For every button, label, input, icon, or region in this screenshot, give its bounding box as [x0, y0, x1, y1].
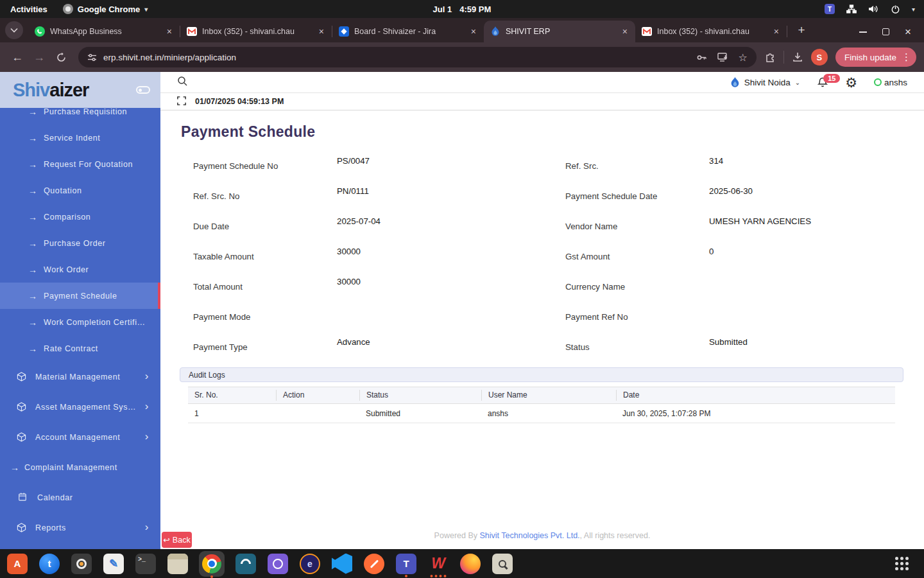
- sidebar-item-asset-management[interactable]: Asset Management Sys…›: [0, 392, 160, 422]
- jira-icon: [339, 26, 349, 37]
- field-label: Taxable Amount: [193, 252, 337, 261]
- field-label: Gst Amount: [565, 252, 709, 261]
- sidebar-item-work-order[interactable]: →Work Order: [0, 256, 160, 283]
- thunderbird-icon[interactable]: t: [38, 553, 60, 575]
- tab-jira[interactable]: Board - Shivaizer - Jira ×: [332, 21, 484, 42]
- sidebar-item-material-management[interactable]: Material Management›: [0, 362, 160, 392]
- sidebar-item-account-management[interactable]: Account Management›: [0, 422, 160, 452]
- footer-company-link[interactable]: Shivit Technologies Pvt. Ltd.: [479, 531, 579, 540]
- tab-separator: [787, 26, 787, 37]
- extensions-puzzle-icon[interactable]: [764, 51, 776, 63]
- files-icon[interactable]: [167, 553, 189, 575]
- tab-close-icon[interactable]: ×: [621, 26, 629, 37]
- sidebar-item-purchase-order[interactable]: →Purchase Order: [0, 230, 160, 256]
- tab-close-icon[interactable]: ×: [773, 26, 780, 37]
- gmail-icon: [642, 26, 652, 37]
- tab-close-icon[interactable]: ×: [470, 26, 477, 37]
- tab-shivit-erp[interactable]: SHIVIT ERP ×: [484, 21, 635, 42]
- sidebar-item-payment-schedule[interactable]: →Payment Schedule: [0, 283, 160, 309]
- activities-button[interactable]: Activities: [10, 4, 47, 14]
- arrow-icon: →: [10, 462, 19, 473]
- browser-menu-dots-icon[interactable]: ⋮: [902, 51, 911, 63]
- sidebar-item-comparison[interactable]: →Comparison: [0, 204, 160, 230]
- field-value: 30000: [337, 277, 565, 286]
- install-app-icon[interactable]: [717, 53, 728, 62]
- restore-button[interactable]: [882, 28, 889, 35]
- ms-teams-icon[interactable]: T: [395, 553, 417, 575]
- sidebar-item-service-indent[interactable]: →Service Indent: [0, 125, 160, 151]
- volume-icon[interactable]: [868, 4, 879, 13]
- text-editor-icon[interactable]: ✎: [103, 553, 124, 575]
- minimize-button[interactable]: [859, 31, 867, 33]
- field-label: Payment Ref No: [565, 312, 709, 322]
- power-icon[interactable]: [891, 4, 900, 14]
- field-value: 314: [709, 156, 903, 166]
- firefox-icon[interactable]: [459, 553, 481, 575]
- notifications-button[interactable]: 15: [817, 76, 828, 89]
- terminal-icon[interactable]: >_: [135, 553, 157, 575]
- back-nav-icon[interactable]: ←: [8, 48, 27, 67]
- tab-search-button[interactable]: [5, 21, 23, 39]
- fullscreen-icon[interactable]: [177, 96, 186, 107]
- tab-whatsapp[interactable]: WhatsApp Business ×: [28, 21, 180, 42]
- eclipse-icon[interactable]: e: [299, 553, 321, 575]
- profile-avatar[interactable]: S: [811, 49, 828, 66]
- whatsapp-icon: [35, 26, 45, 37]
- clock-date: Jul 1: [433, 4, 452, 14]
- ubuntu-software-icon[interactable]: A: [6, 553, 28, 575]
- sidebar-item-request-for-quotation[interactable]: →Request For Quotation: [0, 151, 160, 177]
- sidebar: Shivaizer →Purchase Requisition →Service…: [0, 72, 160, 549]
- chrome-icon: [63, 4, 73, 14]
- sidebar-item-work-completion-certificate[interactable]: →Work Completion Certifi…: [0, 309, 160, 335]
- tab-close-icon[interactable]: ×: [166, 26, 173, 37]
- site-settings-icon[interactable]: [87, 53, 97, 62]
- tab-gmail-2[interactable]: Inbox (352) - shivani.chau ×: [635, 21, 787, 42]
- close-window-button[interactable]: ×: [905, 26, 911, 37]
- forward-nav-icon[interactable]: →: [30, 48, 49, 67]
- chevron-right-icon: ›: [145, 400, 149, 413]
- sidebar-item-complaint-management[interactable]: →Complaint Management: [0, 452, 160, 482]
- arrow-icon: →: [28, 265, 37, 275]
- back-button[interactable]: ↩ Back: [162, 532, 192, 548]
- downloads-icon[interactable]: [792, 51, 803, 63]
- chevron-down-icon: ⌄: [795, 79, 800, 86]
- tab-close-icon[interactable]: ×: [318, 26, 325, 37]
- clock[interactable]: Jul 1 4:59 PM: [433, 4, 492, 14]
- module-box-icon: [17, 523, 26, 532]
- screenshot-tool-icon[interactable]: [492, 553, 513, 575]
- sidebar-collapse-toggle[interactable]: [136, 86, 150, 94]
- sidebar-item-calendar[interactable]: Calendar: [0, 482, 160, 512]
- reload-icon[interactable]: [51, 48, 71, 67]
- github-desktop-icon[interactable]: [267, 553, 289, 575]
- google-chrome-icon[interactable]: [199, 551, 225, 577]
- finish-update-button[interactable]: Finish update ⋮: [835, 48, 916, 67]
- finish-update-label: Finish update: [844, 53, 896, 62]
- settings-gear-icon[interactable]: ⚙: [845, 76, 857, 89]
- show-applications-icon[interactable]: [895, 557, 909, 570]
- clock-time: 4:59 PM: [459, 4, 491, 14]
- system-menu-caret-icon[interactable]: ▾: [912, 6, 915, 13]
- mysql-workbench-icon[interactable]: [235, 553, 257, 575]
- rhythmbox-icon[interactable]: [71, 553, 92, 575]
- wps-office-icon[interactable]: W: [427, 553, 449, 575]
- vscode-icon[interactable]: [331, 553, 353, 575]
- tab-gmail-1[interactable]: Inbox (352) - shivani.chau ×: [180, 21, 332, 42]
- bookmark-star-icon[interactable]: ☆: [739, 51, 748, 64]
- network-icon[interactable]: [846, 4, 857, 13]
- password-key-icon[interactable]: [696, 52, 707, 63]
- org-selector[interactable]: Shivit Noida ⌄: [730, 77, 800, 88]
- address-bar[interactable]: erp.shivit.net.in/minierp/application ☆: [78, 47, 757, 67]
- app-menu[interactable]: Google Chrome ▾: [63, 4, 148, 14]
- user-menu[interactable]: anshs: [874, 78, 907, 87]
- column-header: Sr. No.: [188, 390, 276, 401]
- field-value: 2025-06-30: [709, 186, 903, 196]
- sidebar-item-rate-contract[interactable]: →Rate Contract: [0, 335, 160, 362]
- new-tab-button[interactable]: +: [792, 21, 810, 39]
- field-label: Status: [565, 342, 709, 352]
- sidebar-item-reports[interactable]: Reports›: [0, 512, 160, 543]
- postman-icon[interactable]: [363, 553, 385, 575]
- sidebar-item-quotation[interactable]: →Quotation: [0, 177, 160, 204]
- field-value: 0: [709, 247, 903, 256]
- teams-tray-icon[interactable]: T: [825, 4, 835, 14]
- search-icon[interactable]: [177, 76, 188, 89]
